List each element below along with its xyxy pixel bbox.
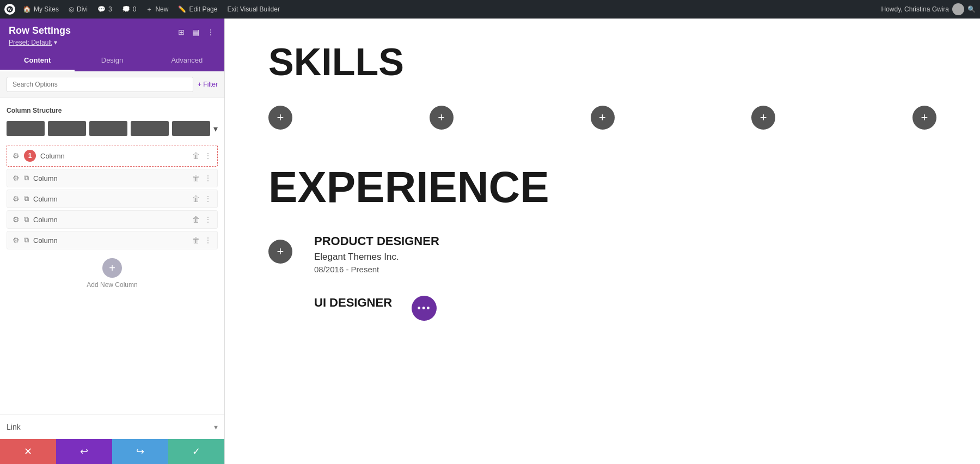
col-settings-icon-3[interactable]: ⚙ — [13, 194, 20, 203]
column-item-5: ⚙ ⧉ Column 🗑 ⋮ — [7, 231, 218, 249]
col-label-4: Column — [33, 216, 188, 224]
add-column-button[interactable]: + — [102, 258, 122, 278]
column-item-2: ⚙ ⧉ Column 🗑 ⋮ — [7, 169, 218, 187]
sidebar-header: Row Settings ⊞ ▤ ⋮ Preset: Default ▾ — [0, 19, 224, 51]
col-copy-icon-2[interactable]: ⧉ — [24, 174, 29, 182]
col-preset-5[interactable] — [172, 121, 210, 136]
add-column-label: Add New Column — [87, 281, 137, 289]
more-options-bubble[interactable]: ••• — [412, 296, 437, 321]
col-copy-icon-3[interactable]: ⧉ — [24, 194, 29, 203]
plus-icon: ＋ — [146, 5, 152, 14]
col-settings-icon-5[interactable]: ⚙ — [13, 236, 20, 245]
pencil-icon: ✏️ — [178, 5, 186, 13]
experience-section: + PRODUCT DESIGNER Elegant Themes Inc. 0… — [268, 234, 936, 315]
skill-add-btn-4[interactable]: + — [751, 106, 775, 130]
top-nav: W 🏠 My Sites ◎ Divi 💬 3 💭 0 ＋ New ✏️ Edi… — [0, 0, 980, 19]
sidebar-tabs: Content Design Advanced — [0, 51, 224, 71]
col-delete-4[interactable]: 🗑 — [192, 215, 200, 224]
expand-icon[interactable]: ⊞ — [177, 27, 186, 38]
tab-advanced[interactable]: Advanced — [150, 51, 224, 71]
exp1-company: Elegant Themes Inc. — [314, 252, 936, 262]
link-section: Link ▾ — [0, 414, 224, 439]
chevron-down-icon: ▾ — [214, 423, 218, 431]
experience-heading: EXPERIENCE — [268, 162, 936, 212]
main-layout: Row Settings ⊞ ▤ ⋮ Preset: Default ▾ Con… — [0, 19, 980, 464]
skills-columns: + + + + + — [268, 106, 936, 130]
nav-divi[interactable]: ◎ Divi — [64, 0, 92, 19]
col-more-1[interactable]: ⋮ — [204, 151, 212, 160]
more-options-icon[interactable]: ⋮ — [206, 27, 216, 38]
col-delete-3[interactable]: 🗑 — [192, 194, 200, 203]
exp1-job-title: PRODUCT DESIGNER — [314, 234, 936, 248]
skill-add-btn-1[interactable]: + — [268, 106, 292, 130]
filter-button[interactable]: + Filter — [198, 77, 218, 92]
nav-comments[interactable]: 💬 3 — [93, 0, 117, 19]
col-preset-1[interactable] — [7, 121, 45, 136]
exp2-job-title: UI DESIGNER — [314, 296, 392, 310]
cancel-button[interactable]: ✕ — [0, 439, 56, 464]
col-copy-icon-5[interactable]: ⧉ — [24, 236, 29, 245]
col-label-3: Column — [33, 195, 188, 203]
sidebar-toolbar: ✕ ↩ ↪ ✓ — [0, 439, 224, 464]
chat-icon: 💭 — [122, 5, 130, 13]
panel-title: Row Settings — [9, 25, 71, 36]
exp-add-area: + — [268, 234, 292, 315]
link-title: Link — [7, 423, 21, 431]
col-label-5: Column — [33, 236, 188, 245]
col-more-5[interactable]: ⋮ — [204, 236, 212, 245]
confirm-button[interactable]: ✓ — [168, 439, 224, 464]
sidebar-panel: Row Settings ⊞ ▤ ⋮ Preset: Default ▾ Con… — [0, 19, 225, 464]
column-structure-presets: ▾ — [7, 121, 218, 136]
col-settings-icon-4[interactable]: ⚙ — [13, 215, 20, 224]
col-more-3[interactable]: ⋮ — [204, 194, 212, 203]
preset-selector[interactable]: Preset: Default ▾ — [9, 39, 216, 46]
exp1-dates: 08/2016 - Present — [314, 265, 936, 274]
redo-button[interactable]: ↪ — [112, 439, 168, 464]
nav-chat[interactable]: 💭 0 — [118, 0, 141, 19]
column-item-3: ⚙ ⧉ Column 🗑 ⋮ — [7, 190, 218, 208]
search-nav-icon[interactable]: 🔍 — [967, 5, 976, 13]
col-copy-icon-4[interactable]: ⧉ — [24, 215, 29, 224]
search-input[interactable] — [7, 77, 193, 92]
layout-icon[interactable]: ▤ — [191, 27, 200, 38]
tab-content[interactable]: Content — [0, 51, 75, 71]
divi-icon: ◎ — [69, 5, 74, 13]
skill-add-btn-2[interactable]: + — [430, 106, 454, 130]
link-header[interactable]: Link ▾ — [7, 423, 218, 431]
column-structure-title: Column Structure — [7, 107, 218, 114]
col-delete-2[interactable]: 🗑 — [192, 174, 200, 182]
exp-add-button[interactable]: + — [268, 240, 292, 264]
nav-exit-builder[interactable]: Exit Visual Builder — [223, 0, 284, 19]
column-item-4: ⚙ ⧉ Column 🗑 ⋮ — [7, 210, 218, 229]
nav-edit-page[interactable]: ✏️ Edit Page — [174, 0, 222, 19]
col-preset-2[interactable] — [48, 121, 86, 136]
col-more-4[interactable]: ⋮ — [204, 215, 212, 224]
skills-heading: SKILLS — [268, 40, 936, 84]
svg-text:W: W — [8, 8, 12, 11]
col-preset-more[interactable]: ▾ — [213, 124, 218, 134]
column-list: ⚙ 1 Column 🗑 ⋮ ⚙ ⧉ Column 🗑 ⋮ ⚙ — [7, 145, 218, 249]
exp-content: PRODUCT DESIGNER Elegant Themes Inc. 08/… — [314, 234, 936, 315]
add-column-area: + Add New Column — [7, 258, 218, 289]
col-settings-icon-2[interactable]: ⚙ — [13, 174, 20, 182]
col-label-2: Column — [33, 174, 188, 182]
col-badge-1: 1 — [24, 150, 36, 162]
column-item-1: ⚙ 1 Column 🗑 ⋮ — [7, 145, 218, 167]
col-delete-1[interactable]: 🗑 — [192, 151, 200, 160]
col-settings-icon-1[interactable]: ⚙ — [13, 151, 20, 160]
col-preset-4[interactable] — [131, 121, 169, 136]
undo-button[interactable]: ↩ — [56, 439, 112, 464]
tab-design[interactable]: Design — [75, 51, 149, 71]
home-icon: 🏠 — [23, 5, 31, 13]
col-delete-5[interactable]: 🗑 — [192, 236, 200, 245]
nav-my-sites[interactable]: 🏠 My Sites — [19, 0, 63, 19]
col-more-2[interactable]: ⋮ — [204, 174, 212, 182]
header-icon-group: ⊞ ▤ ⋮ — [177, 27, 216, 38]
skill-add-btn-3[interactable]: + — [591, 106, 615, 130]
search-area: + Filter — [0, 71, 224, 98]
exp2-row: UI DESIGNER ••• — [314, 290, 936, 315]
nav-new[interactable]: ＋ New — [142, 0, 173, 19]
nav-user: Howdy, Christina Gwira 🔍 — [881, 3, 976, 15]
col-preset-3[interactable] — [89, 121, 127, 136]
skill-add-btn-5[interactable]: + — [912, 106, 936, 130]
